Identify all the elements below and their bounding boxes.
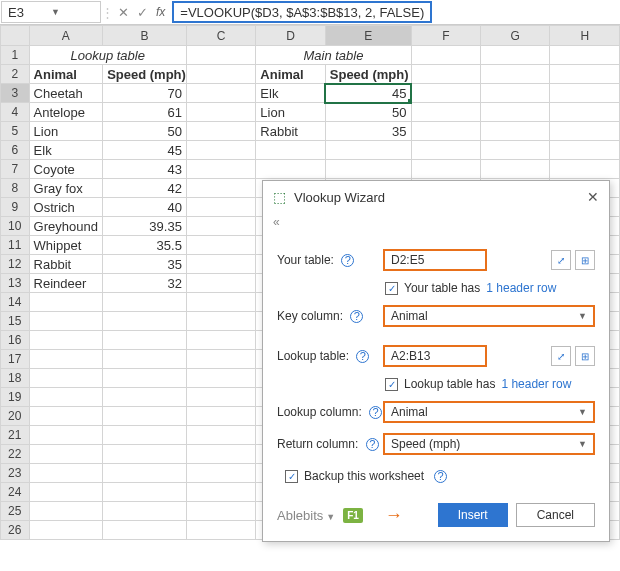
cancel-icon[interactable]: ✕ — [118, 5, 129, 20]
row-header[interactable]: 4 — [1, 103, 30, 122]
return-column-select[interactable]: Speed (mph)▼ — [383, 433, 595, 455]
row-header[interactable]: 9 — [1, 198, 30, 217]
row-header[interactable]: 15 — [1, 312, 30, 331]
row-header[interactable]: 26 — [1, 521, 30, 540]
row-header[interactable]: 16 — [1, 331, 30, 350]
cell[interactable]: Ostrich — [29, 198, 103, 217]
select-range-icon[interactable]: ⤢ — [551, 346, 571, 366]
cell[interactable]: Greyhound — [29, 217, 103, 236]
row-header[interactable]: 14 — [1, 293, 30, 312]
key-column-select[interactable]: Animal▼ — [383, 305, 595, 327]
cell[interactable]: 32 — [103, 274, 187, 293]
row-header[interactable]: 13 — [1, 274, 30, 293]
cell[interactable]: Reindeer — [29, 274, 103, 293]
cell[interactable]: Elk — [256, 84, 325, 103]
cell[interactable]: 70 — [103, 84, 187, 103]
cell[interactable]: 45 — [103, 141, 187, 160]
cell[interactable]: Lion — [256, 103, 325, 122]
col-header-h[interactable]: H — [550, 26, 620, 46]
help-icon[interactable]: ? — [341, 254, 354, 267]
row-header[interactable]: 25 — [1, 502, 30, 521]
cell[interactable]: 35 — [103, 255, 187, 274]
col-header-b[interactable]: B — [103, 26, 187, 46]
lookup-table-header-checkbox[interactable]: ✓ — [385, 378, 398, 391]
cell[interactable]: Speed (mph) — [325, 65, 411, 84]
backup-checkbox[interactable]: ✓ — [285, 470, 298, 483]
row-header[interactable]: 20 — [1, 407, 30, 426]
col-header-e[interactable]: E — [325, 26, 411, 46]
cancel-button[interactable]: Cancel — [516, 503, 595, 527]
corner-cell[interactable] — [1, 26, 30, 46]
insert-button[interactable]: Insert — [438, 503, 508, 527]
row-header[interactable]: 3 — [1, 84, 30, 103]
row-header[interactable]: 18 — [1, 369, 30, 388]
row-header[interactable]: 22 — [1, 445, 30, 464]
row-header[interactable]: 11 — [1, 236, 30, 255]
row-header[interactable]: 12 — [1, 255, 30, 274]
chevron-down-icon[interactable]: ▼ — [51, 7, 94, 17]
cell[interactable]: 35.5 — [103, 236, 187, 255]
your-table-header-checkbox[interactable]: ✓ — [385, 282, 398, 295]
cell[interactable]: 61 — [103, 103, 187, 122]
lookup-table-input[interactable]: A2:B13 — [383, 345, 487, 367]
cell[interactable]: Elk — [29, 141, 103, 160]
name-box[interactable]: E3 ▼ — [1, 1, 101, 23]
cell[interactable]: Lion — [29, 122, 103, 141]
row-header[interactable]: 21 — [1, 426, 30, 445]
cell[interactable]: Animal — [29, 65, 103, 84]
col-header-c[interactable]: C — [186, 26, 255, 46]
col-header-g[interactable]: G — [481, 26, 550, 46]
row-header[interactable]: 2 — [1, 65, 30, 84]
lookup-column-select[interactable]: Animal▼ — [383, 401, 595, 423]
expand-range-icon[interactable]: ⊞ — [575, 346, 595, 366]
f1-help-button[interactable]: F1 — [343, 508, 363, 523]
formula-input[interactable]: =VLOOKUP($D3, $A$3:$B$13, 2, FALSE) — [172, 1, 432, 23]
row-header[interactable]: 17 — [1, 350, 30, 369]
your-table-input[interactable]: D2:E5 — [383, 249, 487, 271]
help-icon[interactable]: ? — [369, 406, 382, 419]
cell[interactable]: 50 — [103, 122, 187, 141]
row-header[interactable]: 19 — [1, 388, 30, 407]
help-icon[interactable]: ? — [356, 350, 369, 363]
cell[interactable]: Animal — [256, 65, 325, 84]
cell[interactable]: Coyote — [29, 160, 103, 179]
row-header[interactable]: 1 — [1, 46, 30, 65]
cell[interactable]: 50 — [325, 103, 411, 122]
lookup-title[interactable]: Lookup table — [29, 46, 186, 65]
row-header[interactable]: 24 — [1, 483, 30, 502]
cell[interactable]: Whippet — [29, 236, 103, 255]
header-row-link[interactable]: 1 header row — [501, 377, 571, 391]
row-header[interactable]: 5 — [1, 122, 30, 141]
cell[interactable]: 40 — [103, 198, 187, 217]
col-header-f[interactable]: F — [411, 26, 480, 46]
cell[interactable]: 42 — [103, 179, 187, 198]
help-icon[interactable]: ? — [350, 310, 363, 323]
row-header[interactable]: 7 — [1, 160, 30, 179]
fx-icon[interactable]: fx — [156, 5, 165, 19]
help-icon[interactable]: ? — [366, 438, 379, 451]
row-header[interactable]: 23 — [1, 464, 30, 483]
row-header[interactable]: 6 — [1, 141, 30, 160]
col-header-d[interactable]: D — [256, 26, 325, 46]
brand-label[interactable]: Ablebits▼ — [277, 508, 335, 523]
cell[interactable]: 35 — [325, 122, 411, 141]
cell[interactable]: Cheetah — [29, 84, 103, 103]
cell[interactable]: Antelope — [29, 103, 103, 122]
fill-handle[interactable] — [408, 99, 412, 103]
select-range-icon[interactable]: ⤢ — [551, 250, 571, 270]
cell[interactable]: Rabbit — [29, 255, 103, 274]
header-row-link[interactable]: 1 header row — [486, 281, 556, 295]
row-header[interactable]: 10 — [1, 217, 30, 236]
row-header[interactable]: 8 — [1, 179, 30, 198]
cell[interactable]: Rabbit — [256, 122, 325, 141]
main-title[interactable]: Main table — [256, 46, 411, 65]
selected-cell[interactable]: 45 — [325, 84, 411, 103]
cell[interactable]: Gray fox — [29, 179, 103, 198]
cell[interactable]: 39.35 — [103, 217, 187, 236]
collapse-icon[interactable]: « — [263, 213, 609, 231]
cell[interactable]: 43 — [103, 160, 187, 179]
close-icon[interactable]: ✕ — [587, 189, 599, 205]
help-icon[interactable]: ? — [434, 470, 447, 483]
cell[interactable]: Speed (mph) — [103, 65, 187, 84]
expand-range-icon[interactable]: ⊞ — [575, 250, 595, 270]
